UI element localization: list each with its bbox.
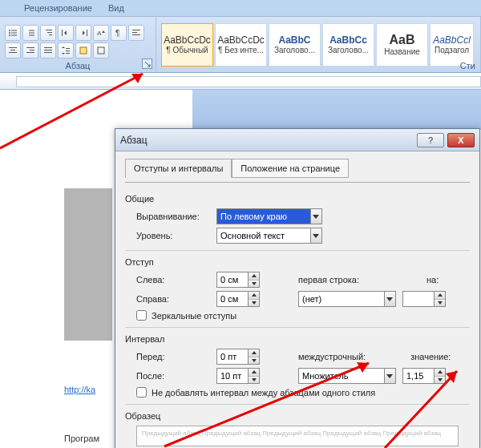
first-line-combo[interactable] bbox=[298, 291, 396, 307]
spinner-down-icon[interactable] bbox=[435, 300, 445, 307]
value-spinner[interactable] bbox=[402, 368, 446, 384]
style-heading1[interactable]: AaBbC Заголово... bbox=[269, 23, 321, 67]
label-alignment: Выравнивание: bbox=[136, 212, 210, 221]
label-by: на: bbox=[426, 275, 439, 285]
alignment-combo[interactable] bbox=[216, 208, 322, 224]
indent-left-spinner[interactable] bbox=[216, 272, 260, 288]
show-marks-button[interactable]: ¶ bbox=[111, 25, 127, 41]
close-button[interactable]: X bbox=[447, 133, 475, 147]
svg-marker-41 bbox=[252, 282, 257, 285]
label-after: После: bbox=[136, 371, 210, 381]
svg-rect-36 bbox=[80, 47, 87, 54]
by-spinner[interactable] bbox=[402, 291, 446, 307]
spinner-up-icon[interactable] bbox=[249, 369, 259, 377]
style-subtitle[interactable]: AaBbCcl Подзагол bbox=[430, 23, 474, 67]
level-value[interactable] bbox=[217, 228, 310, 243]
spinner-up-icon[interactable] bbox=[435, 369, 445, 377]
style-name: Название bbox=[378, 47, 426, 56]
after-value[interactable] bbox=[217, 369, 248, 382]
mirror-checkbox[interactable] bbox=[136, 310, 147, 321]
line-spacing-button[interactable] bbox=[58, 42, 74, 59]
dialog-titlebar[interactable]: Абзац ? X bbox=[115, 129, 479, 151]
line-spacing-value[interactable] bbox=[299, 369, 384, 383]
before-spinner[interactable] bbox=[216, 349, 260, 365]
svg-rect-9 bbox=[46, 30, 52, 30]
level-combo[interactable] bbox=[216, 228, 322, 244]
svg-marker-47 bbox=[252, 351, 257, 354]
borders-button[interactable] bbox=[93, 42, 109, 59]
after-spinner[interactable] bbox=[216, 368, 260, 384]
alignment-value[interactable] bbox=[217, 209, 310, 224]
spinner-down-icon[interactable] bbox=[249, 377, 259, 384]
chevron-down-icon[interactable] bbox=[310, 209, 321, 224]
align-justify-button[interactable] bbox=[40, 42, 56, 59]
tab-page-position[interactable]: Положение на странице bbox=[232, 159, 349, 178]
no-space-checkbox[interactable] bbox=[136, 387, 147, 398]
spinner-down-icon[interactable] bbox=[249, 300, 259, 307]
label-line-spacing: междустрочный: bbox=[298, 352, 366, 361]
svg-rect-21 bbox=[132, 34, 140, 35]
align-center-button[interactable] bbox=[5, 42, 21, 59]
first-line-value[interactable] bbox=[299, 292, 384, 306]
svg-rect-27 bbox=[26, 52, 34, 53]
ribbon-group-styles: AaBbCcDc ¶ Обычный AaBbCcDc ¶ Без инте..… bbox=[156, 17, 481, 72]
svg-rect-7 bbox=[29, 32, 34, 33]
indent-right-spinner[interactable] bbox=[216, 291, 260, 307]
hyperlink-text[interactable]: http://ka bbox=[64, 385, 95, 394]
value-field[interactable] bbox=[403, 369, 434, 382]
multilevel-button[interactable] bbox=[40, 25, 56, 41]
ribbon-tabs: Рецензирование Вид bbox=[0, 0, 481, 17]
help-button[interactable]: ? bbox=[417, 133, 444, 147]
svg-rect-6 bbox=[29, 30, 34, 30]
label-first-line: первая строка: bbox=[298, 275, 359, 285]
spinner-up-icon[interactable] bbox=[249, 272, 259, 281]
chevron-down-icon[interactable] bbox=[384, 369, 395, 383]
label-value: значение: bbox=[410, 352, 451, 361]
svg-text:A: A bbox=[97, 30, 102, 37]
align-right-button[interactable] bbox=[22, 42, 38, 59]
tab-view[interactable]: Вид bbox=[103, 1, 129, 15]
align-left-button[interactable] bbox=[128, 25, 144, 41]
bullets-button[interactable] bbox=[5, 25, 21, 41]
tab-review[interactable]: Рецензирование bbox=[19, 1, 97, 15]
style-normal[interactable]: AaBbCcDc ¶ Обычный bbox=[161, 23, 213, 67]
spinner-down-icon[interactable] bbox=[249, 357, 259, 365]
spinner-down-icon[interactable] bbox=[249, 281, 259, 288]
ruler[interactable] bbox=[0, 73, 481, 90]
body-text: Програм bbox=[64, 434, 99, 443]
svg-marker-39 bbox=[313, 234, 319, 238]
svg-marker-12 bbox=[64, 30, 67, 35]
spinner-down-icon[interactable] bbox=[435, 377, 445, 384]
line-spacing-combo[interactable] bbox=[298, 368, 396, 384]
shading-button[interactable] bbox=[75, 42, 91, 59]
numbering-button[interactable] bbox=[22, 25, 38, 41]
style-title[interactable]: AaB Название bbox=[376, 23, 428, 67]
svg-rect-3 bbox=[11, 32, 17, 33]
tab-indents-spacing[interactable]: Отступы и интервалы bbox=[125, 159, 232, 178]
sort-button[interactable]: A bbox=[93, 25, 109, 41]
style-sample: AaBbC bbox=[278, 34, 310, 46]
svg-marker-17 bbox=[102, 30, 105, 33]
style-no-spacing[interactable]: AaBbCcDc ¶ Без инте... bbox=[215, 23, 267, 67]
spinner-up-icon[interactable] bbox=[435, 292, 445, 300]
chevron-down-icon[interactable] bbox=[310, 228, 321, 243]
increase-indent-button[interactable] bbox=[75, 25, 91, 41]
indent-left-value[interactable] bbox=[217, 273, 248, 286]
spinner-up-icon[interactable] bbox=[249, 292, 259, 300]
indent-right-value[interactable] bbox=[217, 293, 248, 305]
before-value[interactable] bbox=[217, 350, 248, 363]
svg-marker-49 bbox=[252, 370, 257, 373]
spinner-up-icon[interactable] bbox=[249, 349, 259, 357]
svg-point-0 bbox=[9, 30, 10, 31]
section-preview: Образец bbox=[125, 411, 470, 421]
style-sample: AaBbCcDc bbox=[164, 34, 211, 46]
svg-rect-23 bbox=[10, 50, 15, 50]
chevron-down-icon[interactable] bbox=[384, 292, 395, 306]
style-heading2[interactable]: AaBbCc Заголово... bbox=[322, 23, 374, 67]
svg-rect-20 bbox=[132, 32, 137, 33]
svg-marker-43 bbox=[252, 301, 257, 305]
decrease-indent-button[interactable] bbox=[58, 25, 74, 41]
by-value[interactable] bbox=[403, 293, 434, 305]
paragraph-dialog-launcher[interactable] bbox=[142, 59, 152, 69]
svg-rect-1 bbox=[11, 30, 17, 30]
